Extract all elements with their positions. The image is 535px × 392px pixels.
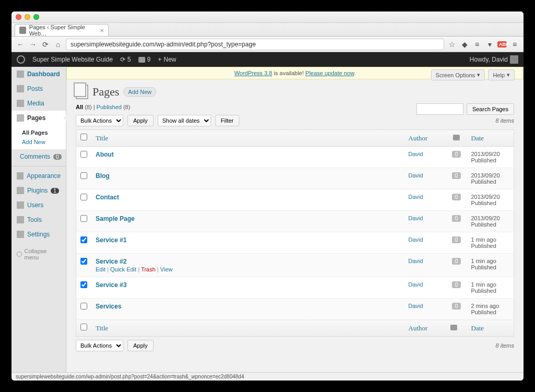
pocket-icon[interactable]: ▾ bbox=[485, 40, 494, 49]
menu-icon[interactable]: ≡ bbox=[510, 40, 519, 49]
filter-all[interactable]: All bbox=[76, 104, 83, 110]
bookmark-icon[interactable]: ☆ bbox=[447, 40, 457, 49]
close-window-icon[interactable] bbox=[16, 14, 21, 20]
comment-count-bubble[interactable]: 0 bbox=[452, 151, 461, 158]
row-checkbox[interactable] bbox=[80, 151, 87, 158]
date-filter-select[interactable]: Show all dates bbox=[158, 115, 211, 126]
row-view[interactable]: View bbox=[160, 266, 173, 272]
comment-count-bubble[interactable]: 0 bbox=[452, 281, 461, 288]
sidebar-item-users[interactable]: Users bbox=[11, 198, 66, 212]
author-link[interactable]: David bbox=[409, 194, 423, 200]
submenu-all-pages[interactable]: All Pages bbox=[22, 128, 66, 137]
page-title-link[interactable]: Services bbox=[96, 303, 121, 310]
row-checkbox[interactable] bbox=[80, 194, 87, 200]
sidebar-item-settings[interactable]: Settings bbox=[11, 227, 66, 242]
row-checkbox[interactable] bbox=[80, 172, 87, 179]
row-trash[interactable]: Trash bbox=[141, 266, 156, 272]
col-title[interactable]: Title bbox=[91, 130, 404, 147]
row-checkbox[interactable] bbox=[80, 258, 87, 265]
sidebar-item-posts[interactable]: Posts bbox=[11, 81, 66, 96]
page-title-link[interactable]: Sample Page bbox=[96, 215, 135, 222]
screen-options-button[interactable]: Screen Options ▾ bbox=[431, 69, 485, 80]
col-comments-foot[interactable] bbox=[446, 320, 467, 337]
forward-icon[interactable]: → bbox=[28, 40, 38, 49]
comment-count-bubble[interactable]: 0 bbox=[452, 236, 461, 243]
bulk-actions-select-bottom[interactable]: Bulk Actions bbox=[76, 340, 123, 351]
apply-button-bottom[interactable]: Apply bbox=[127, 340, 154, 351]
sidebar-item-pages[interactable]: Pages bbox=[11, 111, 66, 125]
author-link[interactable]: David bbox=[409, 281, 423, 288]
row-checkbox[interactable] bbox=[80, 215, 87, 222]
new-content-link[interactable]: + New bbox=[158, 56, 176, 63]
filter-button[interactable]: Filter bbox=[215, 115, 239, 126]
collapse-menu[interactable]: Collapse menu bbox=[11, 244, 66, 265]
evernote-icon[interactable]: ◆ bbox=[460, 40, 469, 49]
table-row: About David 0 2013/09/20Published bbox=[76, 147, 514, 168]
comment-count-bubble[interactable]: 0 bbox=[452, 258, 461, 265]
col-title-foot[interactable]: Title bbox=[91, 320, 404, 337]
page-title-link[interactable]: About bbox=[96, 151, 114, 158]
update-now-link[interactable]: Please update now bbox=[306, 70, 354, 76]
pages-icon bbox=[17, 114, 24, 122]
row-quick-edit[interactable]: Quick Edit bbox=[110, 266, 136, 272]
search-input[interactable] bbox=[416, 103, 463, 115]
filter-published[interactable]: Published bbox=[97, 104, 122, 110]
page-title-link[interactable]: Service #1 bbox=[96, 236, 126, 244]
buffer-icon[interactable]: ≡ bbox=[472, 40, 482, 49]
comment-count-bubble[interactable]: 0 bbox=[452, 194, 461, 200]
sidebar-item-appearance[interactable]: Appearance bbox=[11, 169, 66, 183]
sidebar-item-plugins[interactable]: Plugins 1 bbox=[11, 183, 66, 198]
close-tab-icon[interactable]: × bbox=[100, 27, 104, 34]
site-name-link[interactable]: Super Simple Website Guide bbox=[32, 56, 113, 63]
howdy-user[interactable]: Howdy, David bbox=[470, 55, 518, 64]
pages-heading-icon bbox=[76, 85, 88, 99]
reload-icon[interactable]: ⟳ bbox=[41, 40, 50, 49]
add-new-button[interactable]: Add New bbox=[123, 87, 156, 97]
page-title-link[interactable]: Service #3 bbox=[96, 281, 126, 289]
author-link[interactable]: David bbox=[409, 172, 423, 179]
page-title-link[interactable]: Blog bbox=[96, 172, 110, 180]
row-status: Published bbox=[471, 157, 496, 163]
minimize-window-icon[interactable] bbox=[25, 14, 30, 20]
comment-count-bubble[interactable]: 0 bbox=[452, 172, 461, 179]
maximize-window-icon[interactable] bbox=[33, 14, 39, 20]
help-button[interactable]: Help ▾ bbox=[488, 69, 515, 80]
sidebar-item-dashboard[interactable]: Dashboard bbox=[11, 67, 66, 81]
col-date[interactable]: Date bbox=[467, 130, 514, 147]
author-link[interactable]: David bbox=[409, 303, 423, 309]
select-all-top[interactable] bbox=[80, 134, 87, 140]
col-author[interactable]: Author bbox=[404, 130, 446, 147]
comment-count-bubble[interactable]: 0 bbox=[452, 215, 461, 222]
sidebar-item-tools[interactable]: Tools bbox=[11, 212, 66, 227]
back-icon[interactable]: ← bbox=[16, 40, 25, 49]
author-link[interactable]: David bbox=[409, 236, 423, 243]
page-title-link[interactable]: Contact bbox=[96, 194, 119, 201]
updates-link[interactable]: ⟳ 5 bbox=[120, 56, 131, 63]
select-all-bottom[interactable] bbox=[80, 324, 87, 330]
sidebar-item-comments[interactable]: Comments 0 bbox=[11, 149, 66, 164]
row-checkbox[interactable] bbox=[80, 236, 87, 243]
adblock-icon[interactable]: ABP bbox=[497, 41, 507, 47]
col-author-foot[interactable]: Author bbox=[404, 320, 446, 337]
row-checkbox[interactable] bbox=[80, 303, 87, 310]
comment-count-bubble[interactable]: 0 bbox=[452, 303, 461, 310]
page-title-link[interactable]: Service #2 bbox=[96, 258, 126, 265]
col-comments[interactable] bbox=[446, 130, 467, 147]
wordpress-logo-icon[interactable] bbox=[17, 55, 25, 64]
submenu-add-new[interactable]: Add New bbox=[22, 137, 66, 147]
browser-tab[interactable]: Pages ‹ Super Simple Web… × bbox=[15, 24, 109, 36]
author-link[interactable]: David bbox=[409, 215, 423, 221]
author-link[interactable]: David bbox=[409, 151, 423, 157]
wp-version-link[interactable]: WordPress 3.8 bbox=[234, 70, 272, 76]
home-icon[interactable]: ⌂ bbox=[53, 40, 63, 49]
col-date-foot[interactable]: Date bbox=[467, 320, 514, 337]
row-edit[interactable]: Edit bbox=[96, 266, 106, 272]
row-checkbox[interactable] bbox=[80, 281, 87, 288]
author-link[interactable]: David bbox=[409, 258, 423, 264]
apply-button-top[interactable]: Apply bbox=[127, 115, 154, 126]
bulk-actions-select[interactable]: Bulk Actions bbox=[76, 115, 123, 126]
sidebar-item-media[interactable]: Media bbox=[11, 96, 66, 111]
address-bar[interactable]: supersimplewebsiteguide.com/wp-admin/edi… bbox=[66, 39, 444, 50]
comments-link[interactable]: 9 bbox=[138, 56, 151, 63]
search-pages-button[interactable]: Search Pages bbox=[467, 103, 514, 115]
